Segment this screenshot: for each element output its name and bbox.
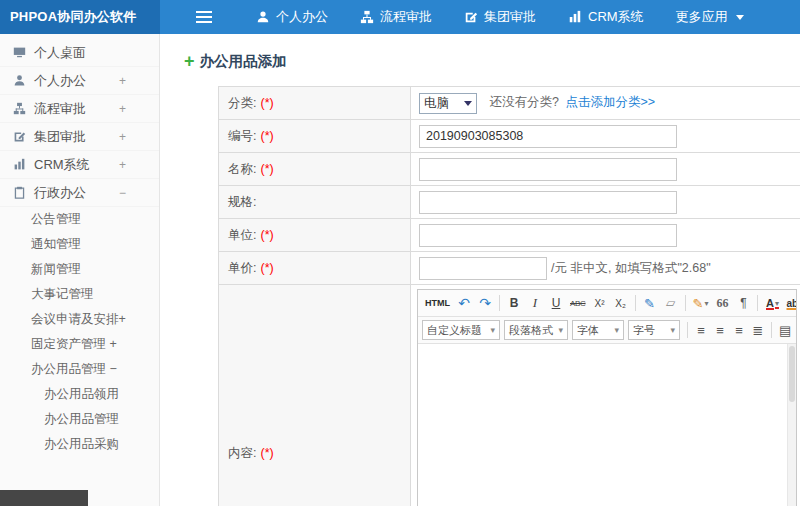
- price-input[interactable]: [419, 257, 547, 280]
- unordered-list-button[interactable]: ▥: [795, 320, 796, 340]
- collapse-toggle[interactable]: −: [119, 186, 126, 200]
- sidebar-item-supplies-mgmt[interactable]: 办公用品管理 −: [0, 357, 159, 382]
- sidebar-item-admin-office[interactable]: 行政办公 −: [0, 179, 159, 207]
- main-content: + 办公用品添加 分类:(*) 电脑 还没有分类? 点击添加分类>> 编号:(*…: [160, 34, 800, 506]
- required-mark: (*): [260, 446, 273, 460]
- page-title-text: 办公用品添加: [200, 52, 287, 71]
- strikethrough-button[interactable]: ABC: [567, 293, 589, 313]
- paragraph-button[interactable]: ¶: [733, 293, 753, 313]
- underline-button[interactable]: U: [546, 293, 566, 313]
- form-row-content: 内容:(*) HTML ↶ ↷ B I U ABC X² X₂: [219, 285, 800, 506]
- editor-scrollbar[interactable]: [787, 344, 796, 506]
- italic-button[interactable]: I: [525, 293, 545, 313]
- bar-chart-icon: [568, 10, 582, 24]
- sidebar-item-label: 公告管理: [31, 211, 81, 228]
- menu-toggle-icon[interactable]: [196, 10, 214, 24]
- category-select-value: 电脑: [424, 95, 449, 112]
- expand-toggle[interactable]: +: [119, 130, 126, 144]
- toolbar-separator: [635, 295, 636, 311]
- flow-icon: [13, 102, 26, 115]
- expand-toggle[interactable]: +: [119, 158, 126, 172]
- sidebar-item-personal-desktop[interactable]: 个人桌面: [0, 39, 159, 67]
- sidebar-item-meeting-mgmt[interactable]: 会议申请及安排+: [0, 307, 159, 332]
- undo-icon[interactable]: ↶: [454, 293, 474, 313]
- dropdown-label: 字号: [633, 323, 655, 338]
- insert-pencil-icon[interactable]: ✎: [690, 293, 712, 313]
- caret-down-icon: [736, 15, 744, 20]
- code-input[interactable]: [419, 125, 677, 148]
- required-mark: (*): [260, 261, 273, 275]
- align-right-button[interactable]: ≡: [730, 320, 748, 340]
- add-category-link[interactable]: 点击添加分类>>: [565, 95, 655, 109]
- field-label: 分类:: [228, 96, 256, 110]
- align-justify-button[interactable]: ≣: [749, 320, 767, 340]
- redo-icon[interactable]: ↷: [475, 293, 495, 313]
- sidebar-item-notice-mgmt[interactable]: 通知管理: [0, 232, 159, 257]
- sidebar-item-news-mgmt[interactable]: 新闻管理: [0, 257, 159, 282]
- required-mark: (*): [260, 228, 273, 242]
- toolbar-separator: [685, 295, 686, 311]
- sidebar-item-crm[interactable]: CRM系统 +: [0, 151, 159, 179]
- sidebar-item-workflow[interactable]: 流程审批 +: [0, 95, 159, 123]
- sidebar-item-announcement-mgmt[interactable]: 公告管理: [0, 207, 159, 232]
- sidebar-item-assets-mgmt[interactable]: 固定资产管理 +: [0, 332, 159, 357]
- required-mark: (*): [260, 162, 273, 176]
- align-center-button[interactable]: ≡: [711, 320, 729, 340]
- spec-input[interactable]: [419, 191, 677, 214]
- editor-toolbar-row1: HTML ↶ ↷ B I U ABC X² X₂ ✎ ▱: [418, 290, 796, 317]
- caret-down-icon: [464, 101, 472, 106]
- nav-group-approval[interactable]: 集团审批: [464, 8, 536, 26]
- nav-personal-office[interactable]: 个人办公: [256, 8, 328, 26]
- toolbar-separator: [687, 322, 688, 338]
- unit-input[interactable]: [419, 224, 677, 247]
- superscript-button[interactable]: X²: [590, 293, 610, 313]
- app-logo: PHPOA协同办公软件: [0, 0, 160, 34]
- page-title: + 办公用品添加: [184, 50, 800, 72]
- format-painter-icon[interactable]: ✎: [640, 293, 660, 313]
- field-label: 名称:: [228, 162, 256, 176]
- expand-toggle[interactable]: +: [119, 102, 126, 116]
- subscript-button[interactable]: X₂: [611, 293, 631, 313]
- sidebar-item-label: CRM系统: [34, 156, 90, 174]
- sidebar-item-label: 办公用品领用: [44, 386, 119, 403]
- name-input[interactable]: [419, 158, 677, 181]
- background-color-button[interactable]: ab: [783, 293, 796, 313]
- font-family-dropdown[interactable]: 字体: [572, 320, 624, 340]
- custom-heading-dropdown[interactable]: 自定义标题: [422, 320, 500, 340]
- sidebar-item-label: 流程审批: [34, 100, 86, 118]
- nav-label: CRM系统: [588, 8, 644, 26]
- rich-text-editor: HTML ↶ ↷ B I U ABC X² X₂ ✎ ▱: [417, 289, 797, 506]
- nav-crm[interactable]: CRM系统: [568, 8, 644, 26]
- remove-format-icon[interactable]: ▱: [661, 293, 681, 313]
- ordered-list-button[interactable]: ▤: [776, 320, 794, 340]
- scrollbar-thumb[interactable]: [789, 346, 795, 402]
- sidebar-item-personal-office[interactable]: 个人办公 +: [0, 67, 159, 95]
- sidebar: 个人桌面 个人办公 + 流程审批 + 集团审批 + CRM系统 + 行政办公 −…: [0, 34, 160, 506]
- sidebar-item-supplies-requisition[interactable]: 办公用品领用: [0, 382, 159, 407]
- form-row-spec: 规格:: [219, 186, 800, 219]
- category-select[interactable]: 电脑: [419, 93, 477, 114]
- nav-label: 更多应用: [676, 8, 728, 26]
- status-tooltip: [0, 490, 88, 506]
- paragraph-format-dropdown[interactable]: 段落格式: [504, 320, 568, 340]
- sidebar-item-events-mgmt[interactable]: 大事记管理: [0, 282, 159, 307]
- bold-button[interactable]: B: [504, 293, 524, 313]
- sidebar-item-supplies-manage[interactable]: 办公用品管理: [0, 407, 159, 432]
- nav-label: 流程审批: [380, 8, 432, 26]
- nav-more-apps[interactable]: 更多应用: [676, 8, 744, 26]
- blockquote-button[interactable]: 66: [712, 293, 732, 313]
- sidebar-item-group-approval[interactable]: 集团审批 +: [0, 123, 159, 151]
- expand-toggle[interactable]: +: [119, 74, 126, 88]
- font-size-dropdown[interactable]: 字号: [628, 320, 680, 340]
- font-color-button[interactable]: A: [762, 293, 782, 313]
- edit-square-icon: [464, 10, 478, 24]
- editor-content[interactable]: [418, 344, 796, 506]
- category-hint: 还没有分类?: [489, 95, 558, 109]
- nav-workflow-approval[interactable]: 流程审批: [360, 8, 432, 26]
- source-code-button[interactable]: HTML: [422, 293, 453, 313]
- align-left-button[interactable]: ≡: [692, 320, 710, 340]
- add-icon: +: [184, 52, 195, 70]
- required-mark: (*): [260, 129, 273, 143]
- sidebar-item-supplies-purchase[interactable]: 办公用品采购: [0, 432, 159, 457]
- sidebar-item-label: 个人桌面: [34, 44, 86, 62]
